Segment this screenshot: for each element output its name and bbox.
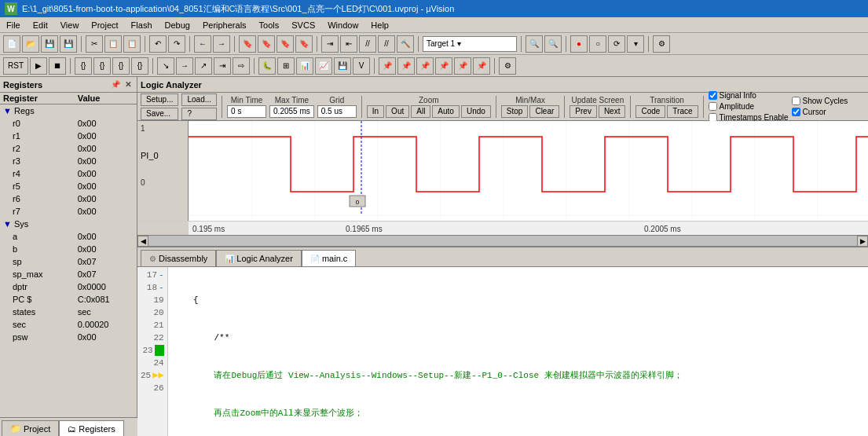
tb-pin2[interactable]: 📌 — [397, 57, 415, 75]
reg-r2[interactable]: r20x00 — [0, 142, 137, 155]
tb-stop3[interactable]: ⏹ — [49, 57, 66, 75]
menu-file[interactable]: File — [0, 19, 27, 31]
tab-logic-analyzer[interactable]: 📊 Logic Analyzer — [216, 250, 302, 266]
tb-step-out[interactable]: ↗ — [195, 57, 212, 75]
tb-brace4[interactable]: {} — [131, 57, 148, 75]
tb-brace2[interactable]: {} — [93, 57, 111, 75]
tab-registers[interactable]: 🗂 Registers — [59, 420, 123, 436]
tb-run[interactable]: ● — [570, 35, 588, 53]
la-jump-trace-btn[interactable]: Trace — [667, 105, 698, 118]
scroll-right[interactable]: ▶ — [857, 236, 868, 247]
reg-a[interactable]: a0x00 — [0, 230, 137, 243]
reg-states[interactable]: statessec — [0, 306, 137, 318]
tb-run2[interactable]: ▶ — [30, 57, 47, 75]
tb-outdent[interactable]: ⇤ — [340, 35, 357, 53]
tb-trace[interactable]: 📈 — [315, 57, 332, 75]
la-load-btn[interactable]: Load... — [181, 93, 217, 106]
tb-vars[interactable]: V — [353, 57, 370, 75]
scroll-left[interactable]: ◀ — [137, 236, 148, 247]
la-stop-btn[interactable]: Stop — [501, 105, 529, 118]
tb-extra[interactable]: ⚙ — [499, 57, 516, 75]
menu-flash[interactable]: Flash — [125, 19, 159, 31]
menu-peripherals[interactable]: Peripherals — [196, 19, 253, 31]
tb-build-all[interactable]: 🔨 — [397, 35, 414, 53]
tb-redo[interactable]: ↷ — [168, 35, 185, 53]
tb-new[interactable]: 📄 — [3, 35, 20, 53]
tb-pin[interactable]: 📌 — [379, 57, 396, 75]
tb-next-bp[interactable]: ⇨ — [233, 57, 250, 75]
la-setup-btn[interactable]: Setup... — [141, 93, 178, 106]
close-registers-icon[interactable]: ✕ — [123, 79, 134, 90]
menu-view[interactable]: View — [54, 19, 86, 31]
reg-sec[interactable]: sec0.00020 — [0, 318, 137, 331]
tb-copy[interactable]: 📋 — [104, 35, 122, 53]
menu-tools[interactable]: Tools — [253, 19, 286, 31]
la-zoom-all[interactable]: All — [411, 105, 430, 118]
la-scrollbar[interactable]: ◀ ▶ — [137, 235, 868, 246]
reg-r4[interactable]: r40x00 — [0, 167, 137, 180]
reg-r1[interactable]: r10x00 — [0, 130, 137, 142]
tb-more[interactable]: ▾ — [627, 35, 644, 53]
tb-zoom[interactable]: 🔍 — [544, 35, 562, 53]
tb-brace3[interactable]: {} — [112, 57, 130, 75]
la-prev-btn[interactable]: Prev — [570, 105, 597, 118]
tb-nav-back[interactable]: ← — [194, 35, 211, 53]
la-jump-code-btn[interactable]: Code — [635, 105, 665, 118]
tb-paste[interactable]: 📋 — [123, 35, 141, 53]
tb-save-all[interactable]: 💾 — [60, 35, 77, 53]
tb-memory[interactable]: 💾 — [334, 57, 351, 75]
la-save-btn[interactable]: Save... — [141, 108, 178, 120]
tb-cut[interactable]: ✂ — [86, 35, 103, 53]
tb-bookmark2[interactable]: 🔖 — [258, 35, 275, 53]
la-zoom-out[interactable]: Out — [386, 105, 409, 118]
tb-rst[interactable]: RST — [3, 57, 28, 75]
tb-settings[interactable]: ⚙ — [653, 35, 670, 53]
tab-main-c[interactable]: 📄 main.c — [302, 250, 356, 266]
tb-brace1[interactable]: {} — [75, 57, 92, 75]
la-amplitude-check[interactable] — [709, 102, 717, 111]
tb-run-to-cursor[interactable]: ⇥ — [214, 57, 231, 75]
tb-indent[interactable]: ⇥ — [321, 35, 339, 53]
tb-pin6[interactable]: 📌 — [473, 57, 490, 75]
tb-debug-menu[interactable]: 🐛 — [258, 57, 276, 75]
tb-step-over[interactable]: → — [176, 57, 193, 75]
tab-project[interactable]: 📁 Project — [2, 420, 59, 436]
la-canvas-area[interactable]: 0 — [189, 121, 868, 221]
reg-b[interactable]: b0x00 — [0, 243, 137, 255]
tb-stop2[interactable]: ○ — [589, 35, 606, 53]
la-cursor-check[interactable] — [792, 108, 800, 116]
reg-r7[interactable]: r70x00 — [0, 205, 137, 218]
tb-search[interactable]: 🔍 — [526, 35, 543, 53]
tb-nav-fwd[interactable]: → — [213, 35, 230, 53]
reg-r3[interactable]: r30x00 — [0, 155, 137, 167]
reg-psw[interactable]: psw0x00 — [0, 331, 137, 343]
tb-bookmark3[interactable]: 🔖 — [277, 35, 294, 53]
tb-pin3[interactable]: 📌 — [416, 57, 434, 75]
reg-r5[interactable]: r50x00 — [0, 180, 137, 192]
tb-target-dropdown[interactable]: Target 1 ▾ — [423, 36, 517, 52]
reg-dptr[interactable]: dptr0x0000 — [0, 280, 137, 293]
la-next-btn[interactable]: Next — [599, 105, 626, 118]
reg-r0[interactable]: r00x00 — [0, 117, 137, 130]
tb-pin5[interactable]: 📌 — [454, 57, 471, 75]
la-show-cycles-check[interactable] — [792, 97, 800, 105]
scroll-track[interactable] — [148, 236, 857, 247]
reg-sp_max[interactable]: sp_max0x07 — [0, 268, 137, 280]
tb-undo[interactable]: ↶ — [149, 35, 167, 53]
menu-edit[interactable]: Edit — [27, 19, 54, 31]
tb-bookmark4[interactable]: 🔖 — [295, 35, 313, 53]
tb-save[interactable]: 💾 — [41, 35, 58, 53]
reg-sp[interactable]: sp0x07 — [0, 255, 137, 268]
la-clear-btn[interactable]: Clear — [529, 105, 559, 118]
menu-window[interactable]: Window — [321, 19, 364, 31]
reg-PC $[interactable]: PC $C:0x081 — [0, 293, 137, 306]
reg-r6[interactable]: r60x00 — [0, 192, 137, 205]
tb-window-dbg[interactable]: ⊞ — [277, 57, 295, 75]
la-zoom-in[interactable]: In — [367, 105, 384, 118]
la-signal-info-check[interactable] — [709, 91, 717, 100]
tb-reset[interactable]: ⟳ — [608, 35, 625, 53]
tb-comment[interactable]: // — [359, 35, 376, 53]
tb-bookmark[interactable]: 🔖 — [239, 35, 256, 53]
tb-analyze[interactable]: 📊 — [296, 57, 313, 75]
tb-step-into[interactable]: ↘ — [157, 57, 174, 75]
